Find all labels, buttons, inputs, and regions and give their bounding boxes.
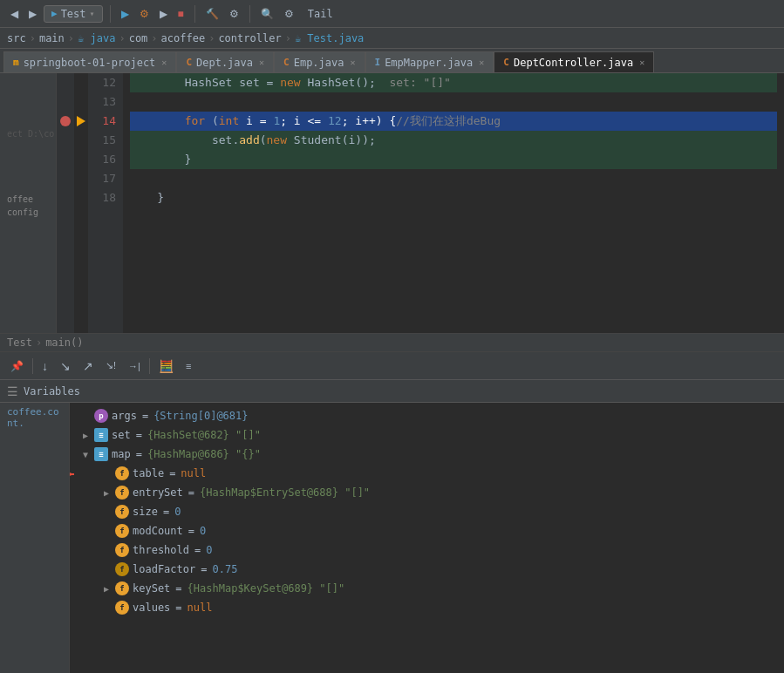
tree-item-args[interactable]: p args = {String[0]@681} [70,406,784,425]
bc-sep3: › [119,32,125,44]
var-value-map: {HashMap@686} "{}" [147,448,261,460]
icon-keyset: f [115,581,129,595]
var-value-values: null [187,602,213,614]
ln-13: 13 [95,92,116,112]
left-panel-config: config [0,206,56,219]
toggle-set[interactable]: ▶ [80,430,91,440]
run-config[interactable]: ▶ Test ▾ [44,5,103,23]
tab-icon-i: I [375,57,381,68]
tab-close-springboot[interactable]: ✕ [161,58,167,67]
tab-emp[interactable]: C Emp.java ✕ [274,51,365,72]
search-everywhere[interactable]: 🔍 [257,6,277,22]
tab-close-empmapper[interactable]: ✕ [479,58,484,67]
tab-label-deptcontroller: DeptController.java [514,57,633,69]
forward-button[interactable]: ▶ [25,6,40,22]
var-value-entryset: {HashMap$EntrySet@688} "[]" [200,486,370,499]
bc-main[interactable]: main [39,32,65,44]
debug-sep [32,358,33,374]
var-name-map: map [112,448,131,460]
evaluate-button[interactable]: 🧮 [155,357,177,375]
toggle-values [101,602,112,613]
sdk-button[interactable]: ⚙ [226,6,242,22]
build-button[interactable]: 🔨 [202,6,222,22]
step-out-button[interactable]: ↗ [79,357,97,375]
breakpoint-14[interactable] [60,116,71,126]
toggle-keyset[interactable]: ▶ [101,583,112,594]
debug-line-15 [74,131,88,150]
tree-item-map[interactable]: ▼ ≡ map = {HashMap@686} "{}" [70,445,784,464]
run-with-coverage[interactable]: ▶ [156,6,171,22]
code-editor-section: ect D:\co offee config [0,73,784,352]
debug-line-17 [74,169,88,188]
run-config-label: Test [61,8,86,20]
code-line-12: HashSet set = new HashSet (); set: "[]" [130,73,777,92]
force-step-into[interactable]: ↘! [102,358,119,373]
ln-17: 17 [95,169,116,188]
gutter-line-14[interactable] [57,112,74,131]
ln-18: 18 [95,188,116,207]
debug-pin-button[interactable]: 📌 [7,358,27,374]
variables-panel: ☰ Variables coffee.cont. p args = [0,380,784,673]
var-value-loadfactor: 0.75 [212,563,237,575]
back-button[interactable]: ◀ [7,6,22,22]
tree-item-modcount[interactable]: f modCount = 0 [70,521,784,540]
tail-label: Tail [308,8,333,20]
debug-line-16 [74,150,88,169]
run-to-cursor[interactable]: →| [125,359,144,373]
code-line-14: for ( int i = 1 ; i <= 12 ; i++) { //我们在… [130,112,777,131]
left-tree-panel: coffee.cont. [0,403,70,673]
debug-line-14 [74,112,88,131]
bc-com[interactable]: com [129,32,148,44]
icon-size: f [115,505,129,519]
panel-title: Variables [24,385,80,398]
debug-run-button[interactable]: ⚙ [136,6,153,22]
ln-15: 15 [95,131,116,150]
gutter [57,73,74,333]
line-numbers: 12 13 14 15 16 17 18 [88,73,123,333]
watch-button[interactable]: ≡ [182,359,194,373]
tree-item-table[interactable]: f table = null [70,464,784,483]
tree-item-entryset[interactable]: ▶ f entrySet = {HashMap$EntrySet@688} "[… [70,483,784,502]
icon-map: ≡ [94,447,108,461]
tree-item-set[interactable]: ▶ ≡ set = {HashSet@682} "[]" [70,425,784,445]
code-line-18: } [130,188,777,207]
bc-acoffee[interactable]: acoffee [161,32,206,44]
tab-dept[interactable]: C Dept.java ✕ [176,51,274,72]
bc-java[interactable]: ☕ java [78,32,115,44]
tree-item-loadfactor[interactable]: f loadFactor = 0.75 [70,560,784,579]
debug-arrow-14 [77,116,85,126]
tab-close-deptcontroller[interactable]: ✕ [639,58,644,67]
panel-menu-icon: ☰ [7,384,18,398]
run-button[interactable]: ▶ [118,6,133,22]
bc-src[interactable]: src [7,32,26,44]
toolbar-sep-2 [194,5,195,23]
var-name-keyset: keySet [133,582,170,595]
code-content[interactable]: HashSet set = new HashSet (); set: "[]" … [123,73,784,333]
step-into-button[interactable]: ↘ [57,357,74,375]
toggle-table [101,468,112,479]
step-over-button[interactable]: ↓ [38,357,51,375]
tab-label-springboot: springboot-01-project [24,57,156,69]
icon-modcount: f [115,524,129,538]
bc-controller[interactable]: controller [218,32,281,44]
tab-empmapper[interactable]: I EmpMapper.java ✕ [365,51,494,72]
tree-item-size[interactable]: f size = 0 [70,502,784,521]
toggle-entryset[interactable]: ▶ [101,487,112,498]
tab-springboot[interactable]: m springboot-01-project ✕ [3,51,176,72]
tab-deptcontroller[interactable]: C DeptController.java ✕ [494,51,654,72]
tree-item-threshold[interactable]: f threshold = 0 [70,540,784,560]
settings-button[interactable]: ⚙ [281,6,297,22]
toggle-map[interactable]: ▼ [80,449,91,459]
tree-item-keyset[interactable]: ▶ f keySet = {HashMap$KeySet@689} "[]" [70,579,784,598]
bc-file[interactable]: ☕ Test.java [295,32,364,44]
left-item-coffee: coffee.cont. [0,403,69,432]
tab-close-emp[interactable]: ✕ [350,58,355,67]
tab-close-dept[interactable]: ✕ [259,58,264,67]
main-area: ect D:\co offee config [0,73,784,673]
cb-main: main() [45,336,83,349]
stop-button[interactable]: ■ [174,6,187,22]
var-value-modcount: 0 [200,525,206,537]
variables-tree[interactable]: coffee.cont. p args = {String[0]@681} ▶ [0,403,784,673]
var-name-threshold: threshold [133,544,189,556]
tree-item-values[interactable]: f values = null [70,598,784,617]
